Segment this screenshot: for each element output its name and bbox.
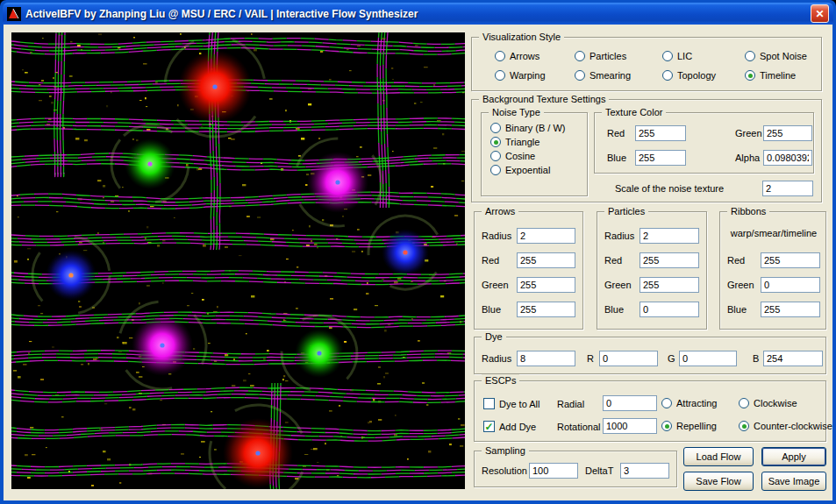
radio-icon — [490, 137, 501, 147]
radio-cosine[interactable]: Cosine — [490, 151, 535, 161]
load-flow-button[interactable]: Load Flow — [683, 447, 754, 466]
red-label: Red — [482, 252, 499, 268]
flow-visualization[interactable] — [11, 32, 465, 489]
radio-particles[interactable]: Particles — [575, 51, 626, 61]
close-button[interactable]: ✕ — [811, 4, 829, 23]
radio-topology[interactable]: Topology — [662, 70, 716, 81]
b-label: B — [753, 351, 759, 366]
dye-b-input[interactable] — [763, 351, 823, 366]
rotational-input[interactable] — [603, 418, 657, 434]
arrows-blue-input[interactable] — [517, 302, 575, 317]
blue-label: Blue — [482, 302, 501, 317]
app-icon[interactable] — [7, 7, 21, 21]
radio-icon — [662, 51, 673, 61]
particles-green-input[interactable] — [640, 277, 699, 293]
dye-group: Dye Radius R G B — [474, 337, 826, 374]
group-title: Texture Color — [602, 106, 666, 118]
radio-triangle[interactable]: Triangle — [490, 137, 539, 147]
radio-smearing[interactable]: Smearing — [575, 70, 631, 81]
texture-green-input[interactable] — [763, 125, 812, 141]
radio-warping[interactable]: Warping — [495, 70, 546, 81]
apply-button[interactable]: Apply — [761, 447, 826, 466]
group-title: Arrows — [482, 205, 518, 217]
radio-exponential[interactable]: Expoential — [490, 165, 550, 175]
group-title: Background Texture Settings — [479, 93, 609, 105]
green-label: Green — [735, 125, 762, 141]
radio-icon — [490, 165, 501, 175]
dye-radius-input[interactable] — [517, 351, 575, 366]
radio-binary[interactable]: Binary (B / W) — [490, 123, 565, 133]
save-flow-button[interactable]: Save Flow — [683, 472, 754, 491]
radio-counter-clockwise[interactable]: Counter-clockwise — [739, 421, 832, 431]
particles-blue-input[interactable] — [640, 302, 699, 317]
ribbons-green-input[interactable] — [761, 277, 820, 293]
title-bar[interactable]: ActiveIBFV by Zhanping Liu @ MSU / ERC /… — [3, 3, 833, 25]
radial-input[interactable] — [603, 395, 657, 411]
background-texture-group: Background Texture Settings Noise Type B… — [471, 99, 822, 202]
green-label: Green — [604, 277, 632, 293]
radio-icon — [575, 70, 585, 81]
radio-icon — [739, 398, 749, 408]
red-label: Red — [604, 252, 622, 268]
ribbons-group: Ribbons warp/smear/timeline Red Green Bl… — [719, 211, 826, 330]
noise-scale-input[interactable] — [762, 181, 813, 196]
blue-label: Blue — [607, 150, 626, 166]
particles-radius-input[interactable] — [640, 228, 699, 244]
radio-repelling[interactable]: Repelling — [661, 421, 717, 431]
resolution-label: Resolution — [482, 463, 527, 479]
rotational-label: Rotational — [557, 419, 601, 435]
radio-timeline[interactable]: Timeline — [745, 70, 796, 81]
save-image-button[interactable]: Save Image — [761, 472, 826, 491]
radio-lic[interactable]: LIC — [662, 51, 692, 61]
noise-scale-label: Scale of the noise texture — [615, 181, 724, 196]
radio-attracting[interactable]: Attracting — [661, 398, 717, 408]
g-label: G — [668, 351, 675, 366]
green-label: Green — [482, 277, 509, 293]
radius-label: Radius — [482, 228, 511, 244]
resolution-input[interactable] — [529, 463, 578, 479]
r-label: R — [587, 351, 594, 366]
app-window: ActiveIBFV by Zhanping Liu @ MSU / ERC /… — [0, 0, 836, 504]
particles-red-input[interactable] — [640, 252, 699, 268]
radio-arrows[interactable]: Arrows — [495, 51, 539, 61]
texture-alpha-input[interactable] — [763, 150, 812, 166]
red-label: Red — [727, 252, 745, 268]
checkbox-dye-to-all[interactable]: Dye to All — [483, 398, 539, 409]
radio-icon — [495, 70, 505, 81]
arrows-red-input[interactable] — [517, 252, 575, 268]
ribbons-red-input[interactable] — [761, 252, 820, 268]
group-title: ESCPs — [482, 374, 519, 387]
blue-label: Blue — [727, 302, 747, 317]
ribbons-note: warp/smear/timeline — [720, 228, 827, 238]
arrows-radius-input[interactable] — [517, 228, 575, 244]
group-title: Visualization Style — [479, 31, 564, 43]
checkbox-icon — [483, 421, 495, 432]
group-title: Noise Type — [489, 106, 544, 118]
radio-icon — [495, 51, 505, 61]
ribbons-blue-input[interactable] — [761, 302, 820, 317]
group-title: Particles — [604, 205, 648, 217]
radio-clockwise[interactable]: Clockwise — [739, 398, 797, 408]
texture-color-group: Texture Color Red Green Blue Alpha — [594, 112, 814, 174]
radio-icon — [490, 123, 501, 133]
radio-icon — [739, 421, 749, 431]
arrows-group: Arrows Radius Red Green Blue — [474, 211, 583, 330]
green-label: Green — [727, 277, 754, 293]
radial-label: Radial — [557, 396, 584, 412]
dye-r-input[interactable] — [599, 351, 658, 366]
texture-blue-input[interactable] — [635, 150, 686, 166]
radius-label: Radius — [482, 351, 511, 366]
radio-spot-noise[interactable]: Spot Noise — [745, 51, 807, 61]
texture-red-input[interactable] — [635, 125, 686, 141]
dye-g-input[interactable] — [679, 351, 737, 366]
noise-type-group: Noise Type Binary (B / W) Triangle Cosin… — [481, 112, 588, 196]
group-title: Dye — [482, 330, 506, 343]
flow-field-canvas — [11, 32, 465, 489]
checkbox-add-dye[interactable]: Add Dye — [483, 421, 536, 432]
deltat-input[interactable] — [620, 463, 669, 479]
radio-icon — [662, 70, 673, 81]
deltat-label: DeltaT — [585, 463, 613, 479]
arrows-green-input[interactable] — [517, 277, 575, 293]
particles-group: Particles Radius Red Green Blue — [597, 211, 707, 330]
alpha-label: Alpha — [735, 150, 760, 166]
